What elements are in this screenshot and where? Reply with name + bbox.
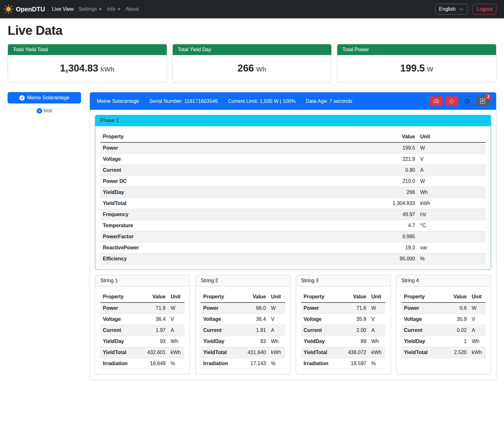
unit-cell: W: [418, 142, 486, 154]
restart-button[interactable]: [461, 96, 474, 106]
unit-cell: W: [469, 302, 486, 314]
table-header-row: Property Value Unit: [100, 291, 184, 302]
unit-cell: A: [369, 325, 385, 336]
property-cell: YieldDay: [301, 336, 342, 347]
phase-card-body: Property Value Unit Power 199.5: [95, 126, 491, 270]
value-cell: 49.97: [364, 209, 418, 220]
unit-cell: V: [369, 314, 385, 325]
inverter-button-meine-solaranlage[interactable]: Meine Solaranlage: [8, 92, 81, 103]
table-row: Current 1.81 A: [201, 325, 285, 336]
string-3-table: Property Value Unit Power: [301, 291, 385, 369]
property-cell: Irradiation: [301, 358, 342, 369]
unit-cell: A: [168, 325, 184, 336]
property-cell: Power: [401, 302, 442, 314]
value-cell: 36.4: [241, 314, 269, 325]
value-cell: 431.640: [241, 347, 269, 358]
string-4-card: String 4 Property Value Unit: [396, 275, 491, 375]
cpu-icon: [464, 98, 470, 104]
property-column-header: Property: [301, 291, 342, 302]
table-header-row: Property Value Unit: [201, 291, 285, 302]
phase-card: Phase 1 Property Value Unit: [95, 115, 491, 270]
unit-cell: V: [418, 154, 486, 165]
value-cell: 95.000: [364, 253, 418, 265]
string-card-body: Property Value Unit Power: [95, 286, 190, 374]
value-cell: 1.97: [141, 325, 168, 336]
value-cell: 83: [241, 336, 269, 347]
logout-button[interactable]: Logout: [473, 4, 496, 15]
card-body: 266Wh: [173, 55, 332, 82]
value-cell: 17.143: [241, 358, 269, 369]
unit-cell: %: [168, 358, 184, 369]
unit-column-header: Unit: [269, 291, 285, 302]
value-cell: 0.90: [364, 165, 418, 176]
unit-cell: Hz: [418, 209, 486, 220]
inverter-button-test[interactable]: test: [8, 108, 81, 114]
table-row: YieldTotal 432.601 kWh: [100, 347, 184, 358]
table-row: YieldDay 1 Wh: [401, 336, 486, 347]
value-cell: 93: [141, 336, 168, 347]
language-select[interactable]: English: [435, 4, 468, 15]
string-1-table: Property Value Unit Power: [100, 291, 184, 369]
unit-cell: kWh: [418, 198, 486, 209]
value-cell: 2.00: [342, 325, 369, 336]
card-body: 199.5W: [337, 55, 496, 82]
unit-cell: °C: [418, 220, 486, 231]
table-row: Temperature 4.7 °C: [100, 220, 486, 231]
nav-live-view[interactable]: Live View: [49, 4, 76, 15]
table-row: YieldDay 83 Wh: [201, 336, 285, 347]
value-cell: 18.597: [342, 358, 369, 369]
property-cell: YieldTotal: [301, 347, 342, 358]
property-cell: Voltage: [201, 314, 241, 325]
inverter-name: Meine Solaranlage: [97, 98, 139, 104]
string-card-body: Property Value Unit Power: [196, 286, 290, 374]
top-navbar: OpenDTU Live View Settings Info About En…: [0, 0, 504, 18]
limit-settings-button[interactable]: [430, 96, 443, 106]
table-row: Power 71.6 W: [301, 302, 385, 314]
string-title: String 4: [396, 275, 491, 286]
sun-icon: [4, 4, 13, 14]
summary-cards-row: Total Yield Total 1,304.83kWh Total Yiel…: [8, 44, 496, 83]
table-row: Power DC 210.0 W: [100, 176, 486, 187]
table-row: Voltage 36.4 V: [100, 314, 184, 325]
unit-column-header: Unit: [369, 291, 385, 302]
brand-link[interactable]: OpenDTU: [4, 4, 45, 14]
table-row: Power 71.8 W: [100, 302, 184, 314]
property-cell: Power: [100, 142, 364, 154]
table-row: YieldDay 266 Wh: [100, 187, 486, 198]
value-column-header: Value: [342, 291, 369, 302]
table-row: PowerFactor 0.995: [100, 231, 486, 242]
unit-cell: A: [269, 325, 285, 336]
inverter-panel-body: Phase 1 Property Value Unit: [90, 110, 496, 380]
total-yield-day-card: Total Yield Day 266Wh: [172, 44, 332, 83]
property-cell: Power: [201, 302, 241, 314]
property-cell: Voltage: [401, 314, 442, 325]
inverter-actions: 2: [430, 96, 489, 106]
property-cell: Voltage: [301, 314, 342, 325]
table-row: Current 0.90 A: [100, 165, 486, 176]
event-count-badge: 2: [485, 94, 491, 100]
inverter-link-label: test: [44, 108, 52, 114]
unit-cell: Wh: [269, 336, 285, 347]
value-cell: 18.649: [141, 358, 168, 369]
nav-info[interactable]: Info: [104, 4, 123, 15]
inverter-serial: Serial Number: 116171603546: [149, 98, 218, 104]
property-cell: Current: [100, 325, 141, 336]
value-cell: 432.601: [141, 347, 168, 358]
unit-cell: W: [269, 302, 285, 314]
table-row: Irradiation 18.597 %: [301, 358, 385, 369]
table-row: ReactivePower 19.3 var: [100, 242, 486, 253]
value-cell: 1.81: [241, 325, 269, 336]
power-button[interactable]: [445, 96, 458, 106]
nav-about[interactable]: About: [123, 4, 141, 15]
brand-name: OpenDTU: [16, 6, 45, 13]
nav-settings[interactable]: Settings: [76, 4, 104, 15]
string-2-card: String 2 Property Value Unit: [195, 275, 290, 375]
table-row: Current 0.02 A: [401, 325, 486, 336]
property-cell: PowerFactor: [100, 231, 364, 242]
event-log-button[interactable]: 2: [476, 96, 489, 106]
total-yield-total-card: Total Yield Total 1,304.83kWh: [8, 44, 167, 83]
inverter-limit: Current Limit: 1,500 W | 100%: [228, 98, 296, 104]
value-cell: 199.5: [364, 142, 418, 154]
total-power-card: Total Power 199.5W: [337, 44, 496, 83]
unit-cell: [418, 231, 486, 242]
